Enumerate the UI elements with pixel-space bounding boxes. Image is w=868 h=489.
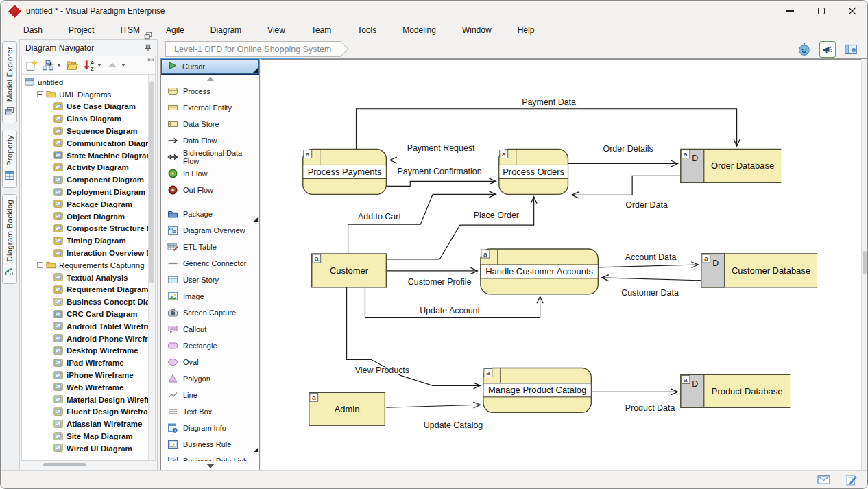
palette-item-screen-capture[interactable]: Screen Capture [161,305,259,321]
menu-tools[interactable]: Tools [344,23,389,38]
flow-account-data[interactable]: Account Data [598,252,698,267]
tree-item-uml-diagrams[interactable]: UML Diagrams [22,88,148,101]
tree-item-android-tablet-wireframe[interactable]: Android Tablet Wireframe [22,320,148,333]
tree-item-iphone-wireframe[interactable]: iPhone Wireframe [22,369,148,381]
tree-item-use-case-diagram[interactable]: Use Case Diagram [22,101,148,113]
palette-item-polygon[interactable]: Polygon [161,370,259,387]
palette-item-generic-connector[interactable]: Generic Connector [161,255,259,272]
flow-view-products[interactable]: View Products [347,287,480,386]
compose-button[interactable] [845,474,858,486]
tree-item-material-design-wireframe[interactable]: Material Design Wireframe [22,394,148,406]
menu-project[interactable]: Project [56,23,107,38]
palette-item-diagram-overview[interactable]: Diagram Overview [161,222,259,239]
flow-customer-data[interactable]: Customer Data [602,278,701,298]
palette-item-business-rule-link[interactable]: Business Rule Link [161,453,259,461]
tree-item-state-machine-diagram[interactable]: State Machine Diagram [22,150,148,162]
menu-window[interactable]: Window [449,23,505,38]
diagram-canvas[interactable]: Payment DataPayment RequestPayment Confi… [261,59,861,470]
tree-item-wired-ui-diagram[interactable]: Wired UI Diagram [22,442,148,455]
flow-order-data[interactable]: Order Data [572,176,680,210]
tree-item-package-diagram[interactable]: Package Diagram [22,198,148,211]
tree-horizontal-scrollbar[interactable] [21,461,156,468]
palette-item-in-flow[interactable]: In Flow [161,165,259,182]
tree-item-business-concept-diagram[interactable]: Business Concept Diagram [22,296,148,308]
palette-item-callout[interactable]: Callout [161,321,259,337]
node-customer-database[interactable]: DaCustomer Database [701,254,817,287]
tree-item-crc-card-diagram[interactable]: CRC Card Diagram [22,308,148,320]
tree-item-activity-diagram[interactable]: Activity Diagram [22,162,148,174]
node-product-database[interactable]: DaProduct Database [681,374,790,407]
menu-modeling[interactable]: Modeling [389,23,449,38]
tree-item-requirement-diagram[interactable]: Requirement Diagram [22,284,148,296]
menu-help[interactable]: Help [505,23,548,38]
menu-team[interactable]: Team [298,23,344,38]
tree-item-atlassian-wireframe[interactable]: Atlassian Wireframe [22,418,148,430]
tree-item-deployment-diagram[interactable]: Deployment Diagram [22,186,148,198]
flow-customer-profile[interactable]: Customer Profile [386,271,477,287]
tree-item-fluent-design-wireframe[interactable]: Fluent Design Wireframe [22,406,148,418]
flow-update-catalog[interactable]: Update Catalog [386,405,483,430]
node-manage-product-catalog[interactable]: aManage Product Catalog [483,368,591,412]
node-customer[interactable]: aCustomer [312,254,387,287]
tree-item-composite-structure-diagram[interactable]: Composite Structure Diagram [22,223,148,235]
float-window-button[interactable] [142,29,154,42]
tree-item-textual-analysis[interactable]: Textual Analysis [22,272,148,284]
tree-item-component-diagram[interactable]: Component Diagram [22,174,148,186]
flow-product-data[interactable]: Product Data [591,392,677,413]
palette-item-process[interactable]: Process [161,83,259,99]
canvas-vertical-scrollbar[interactable] [861,59,867,470]
tree-item-untitled[interactable]: untitled [22,76,148,88]
pin-button[interactable] [142,42,154,54]
mail-button[interactable] [817,473,830,486]
dropdown-caret-icon[interactable] [121,64,125,67]
palette-item-etl-table[interactable]: ETL Table [161,239,259,255]
flow-payment-request[interactable]: Payment Request [390,143,498,160]
palette-item-image[interactable]: Image [161,288,259,305]
minimize-button[interactable] [775,1,806,21]
tree-expander-icon[interactable] [37,262,43,268]
model-structure-button[interactable] [40,58,56,73]
menu-diagram[interactable]: Diagram [197,23,254,38]
dropdown-caret-icon[interactable] [97,64,101,67]
close-button[interactable] [836,1,867,21]
node-order-database[interactable]: DaOrder Database [681,150,781,183]
tree-item-requirements-capturing[interactable]: Requirements Capturing [22,259,148,272]
palette-item-external-entity[interactable]: External Entity [161,99,259,116]
flow-add-to-cart[interactable]: Add to Cart [348,194,496,254]
menu-agile[interactable]: Agile [153,23,197,38]
flow-order-details[interactable]: Order Details [568,144,677,164]
flow-payment-data[interactable]: Payment Data [357,97,737,150]
open-folder-button[interactable] [64,58,80,73]
tree-item-sequence-diagram[interactable]: Sequence Diagram [22,125,148,137]
side-tab-model-explorer[interactable]: Model Explorer [2,41,17,123]
palette-item-package[interactable]: Package [161,206,259,222]
tree-item-timing-diagram[interactable]: Timing Diagram [22,235,148,247]
tree-item-communication-diagram[interactable]: Communication Diagram [22,137,148,150]
node-process-orders[interactable]: aProcess Orders [499,150,568,195]
tree-item-android-phone-wireframe[interactable]: Android Phone Wireframe [22,333,148,345]
side-tab-property[interactable]: Property [2,130,17,188]
tree-expander-icon[interactable] [37,91,43,97]
palette-item-cursor[interactable]: Cursor [161,59,259,74]
tree-item-site-map-diagram[interactable]: Site Map Diagram [22,430,148,442]
flow-payment-confirmation[interactable]: Payment Confirmation [386,167,495,186]
tree-item-object-diagram[interactable]: Object Diagram [22,211,148,223]
side-tab-diagram-backlog[interactable]: Diagram Backlog [2,194,17,284]
tree-vertical-scrollbar[interactable] [148,75,155,460]
palette-item-user-story[interactable]: User Story [161,272,259,288]
menu-view[interactable]: View [254,23,298,38]
palette-scroll-up[interactable] [161,74,259,83]
palette-item-rectangle[interactable]: Rectangle [161,337,259,354]
palette-item-text-box[interactable]: Text Box [161,403,259,420]
node-admin[interactable]: aAdmin [309,392,385,425]
tree-item-desktop-wireframe[interactable]: Desktop Wireframe [22,345,148,357]
palette-item-diagram-info[interactable]: Diagram Info [161,420,259,436]
tree-item-interaction-overview-diagram[interactable]: Interaction Overview Diagram [22,247,148,259]
node-process-payments[interactable]: aProcess Payments [303,150,387,195]
new-diagram-button[interactable] [24,58,39,73]
dropdown-caret-icon[interactable] [57,64,61,67]
breadcrumb[interactable]: Level-1 DFD for Online Shopping System [165,41,348,57]
announcement-megaphone-button[interactable] [819,41,836,58]
tree-item-class-diagram[interactable]: Class Diagram [22,112,148,125]
palette-item-out-flow[interactable]: Out Flow [161,182,259,198]
